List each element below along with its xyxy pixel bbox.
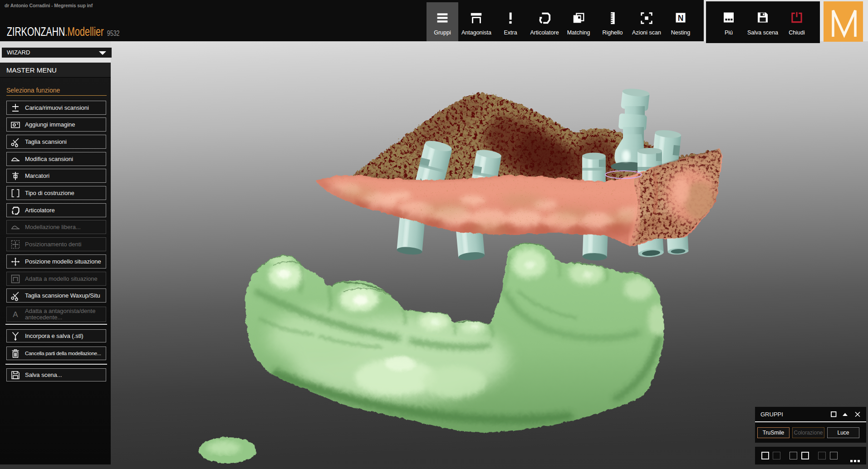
svg-text:N: N	[678, 14, 684, 23]
svg-text:A: A	[13, 310, 18, 319]
